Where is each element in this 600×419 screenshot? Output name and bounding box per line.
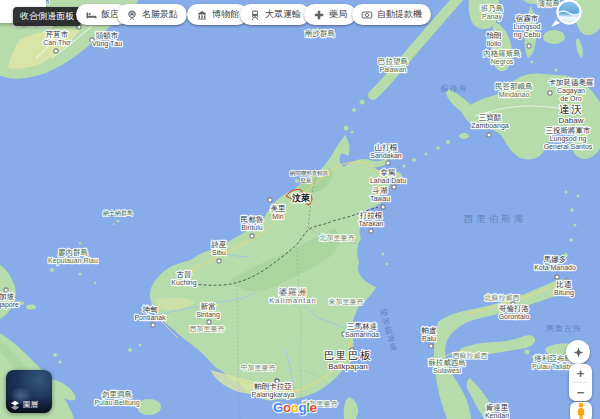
google-logo-letter: e (310, 400, 317, 415)
map-label: 古晉 (177, 270, 193, 279)
chip-attractions[interactable]: 名勝景點 (117, 4, 187, 25)
map-label: Sulawesi (433, 367, 461, 374)
city-marker[interactable] (487, 133, 491, 137)
map-label: 美里 (271, 204, 287, 213)
city-marker[interactable] (54, 49, 58, 53)
map-label: 納閩聯邦直轄區 (290, 170, 329, 177)
map-label: 東加里曼丹 (329, 298, 364, 306)
map-label: 芹苴市 (46, 30, 69, 39)
map-label: 打拉根 (359, 211, 383, 220)
map-label: 巴里巴板 (324, 349, 372, 361)
map-label: 比通 (557, 280, 573, 289)
map-label: 達沃 (559, 103, 583, 115)
google-logo[interactable]: Google (273, 400, 317, 415)
chip-label: 博物館 (212, 8, 239, 21)
map-label: 蘇祿海 (441, 84, 468, 93)
map-label: Lahad Datu (370, 177, 406, 184)
map-label: Bitung (554, 289, 574, 297)
city-marker[interactable] (381, 205, 385, 209)
map-label: 山打根 (375, 143, 398, 152)
map-label: 汶萊 (291, 193, 311, 203)
city-marker[interactable] (151, 323, 155, 327)
layers-switcher[interactable]: 圖層 (6, 370, 52, 413)
attractions-icon (126, 9, 138, 21)
map-label: Gorontalo (499, 313, 530, 320)
zoom-out-button[interactable]: − (569, 383, 592, 401)
map-label: 三馬林達 (347, 322, 378, 331)
pegman-button[interactable] (570, 402, 592, 419)
map-label: 薄荷島 (538, 0, 561, 8)
map-label: Kalimantan (269, 296, 317, 305)
chip-label: 大眾運輸 (265, 8, 301, 21)
atm-banknote-icon (361, 9, 373, 21)
map-label: 蘇拉威西島 (428, 358, 466, 367)
map-label: Sibu (212, 249, 226, 256)
map-label: Tarakan (359, 220, 384, 227)
pegman-icon (574, 402, 588, 419)
map-label: Cần Thơ (43, 38, 71, 46)
map-label: Palangkaraya (252, 391, 295, 399)
map-label: 拿篤 (381, 168, 397, 177)
city-marker[interactable] (392, 185, 396, 189)
chip-label: 自動提款機 (377, 8, 422, 21)
map-label: 頭頓市 (96, 31, 119, 40)
map-label: 北蘇拉威西 (485, 294, 520, 302)
map-label: Pulau Belitung (94, 399, 139, 407)
map-label: Mindanao (499, 91, 530, 98)
map-label: 帕朗卡拉亞 (254, 382, 292, 391)
map-label: 斗湖 (373, 186, 388, 195)
map-label: Pulau Taliabu (532, 363, 574, 370)
map-label: Tawau (370, 195, 390, 202)
city-marker[interactable] (369, 229, 373, 233)
map-label: 卡加延德奧羅 (549, 78, 595, 87)
chip-atms[interactable]: 自動提款機 (352, 4, 431, 25)
zoom-in-button[interactable]: + (569, 364, 592, 382)
city-marker[interactable] (555, 275, 559, 279)
city-marker[interactable] (268, 198, 272, 202)
chip-label: 藥局 (329, 8, 347, 21)
map-label: 宿霧市 (516, 14, 539, 23)
map-label: 新加坡 (0, 292, 15, 301)
map-label: Lungsod ng (550, 135, 587, 143)
chip-transit[interactable]: 大眾運輸 (240, 4, 310, 25)
map-label: 帕盧 (422, 326, 437, 335)
map-label: Pontianak (134, 314, 166, 321)
map-label: 西里伯斯海 (464, 213, 527, 224)
city-marker[interactable] (386, 161, 390, 165)
map-label: Negros (491, 58, 514, 66)
map-label: 哥倫打洛 (499, 304, 530, 313)
map-label: Lungsod (514, 23, 541, 31)
my-location-button[interactable] (566, 340, 590, 364)
city-marker[interactable] (217, 259, 221, 263)
map-label: 班乃島 (481, 4, 504, 13)
chip-pharmacies[interactable]: 藥局 (304, 4, 356, 25)
city-marker[interactable] (429, 344, 433, 348)
city-marker[interactable] (548, 91, 552, 95)
map-label: 巴拉望島 (378, 57, 408, 66)
pharmacy-cross-icon (313, 9, 325, 21)
map-label: de Oro (560, 95, 582, 102)
map-label: 納土納群島 (102, 210, 133, 217)
google-logo-letter: G (273, 400, 283, 415)
google-logo-letter: o (283, 400, 291, 415)
map-label: Kota Manado (534, 264, 576, 271)
map-label: 三投斯將軍市 (546, 126, 592, 135)
map-label: Palu (422, 335, 436, 342)
chip-museums[interactable]: 博物館 (187, 4, 248, 25)
map-label: 西蘇拉威西 (453, 352, 488, 360)
city-marker[interactable] (250, 234, 254, 238)
museum-icon (196, 9, 208, 21)
map-label: 馬娜多 (543, 255, 567, 264)
hotel-bed-icon (85, 9, 97, 21)
map-label: Zamboanga (471, 122, 508, 130)
google-logo-letter: o (291, 400, 299, 415)
map-label: Singapore (0, 301, 19, 309)
map-canvas[interactable]: 蘇祿海西里伯斯海馬魯古海望加錫海峽南沙群島納土納群島廖內群島Kepulauan … (0, 0, 600, 419)
city-marker[interactable] (527, 44, 531, 48)
map-label: 民答那峨島 (495, 82, 533, 91)
map-label: 怡朗 (486, 31, 502, 40)
map-label: Vũng Tàu (92, 40, 122, 48)
layers-icon (10, 400, 20, 410)
map-label: 肯達里 (486, 403, 509, 412)
city-marker[interactable] (207, 320, 211, 324)
